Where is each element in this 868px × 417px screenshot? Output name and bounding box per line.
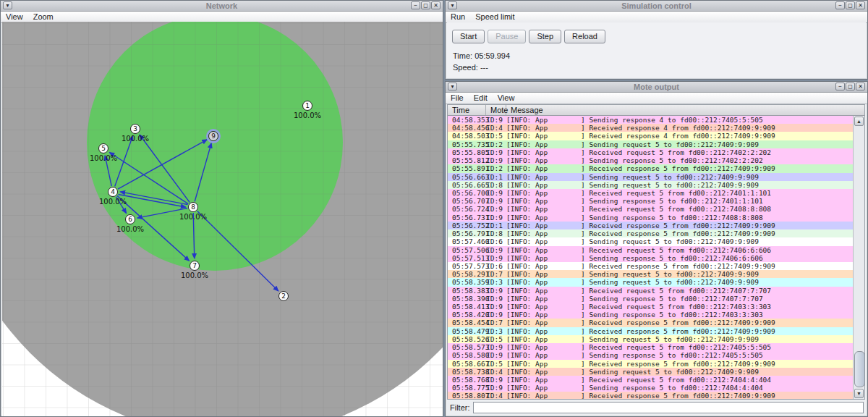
log-row[interactable]: 05:57.513ID:9[INFO: App ] Sending respon… xyxy=(448,254,853,262)
log-row[interactable]: 05:56.700ID:9[INFO: App ] Received reque… xyxy=(448,189,853,197)
column-header-mote[interactable]: Mote xyxy=(486,105,506,115)
log-table-header: Time Mote Message xyxy=(448,105,864,116)
log-row[interactable]: 05:55.735ID:2[INFO: App ] Sending reques… xyxy=(448,140,853,148)
menu-view[interactable]: View xyxy=(493,93,520,104)
log-row[interactable]: 05:58.454ID:7[INFO: App ] Received respo… xyxy=(448,319,853,327)
log-mote-id: ID:5 xyxy=(486,132,506,140)
close-icon[interactable]: ✕ xyxy=(856,83,865,90)
menu-file[interactable]: File xyxy=(446,93,469,104)
log-row[interactable]: 05:58.526ID:5[INFO: App ] Sending reques… xyxy=(448,335,853,343)
log-mote-id: ID:9 xyxy=(486,246,506,254)
log-rows: 04:58.353ID:9[INFO: App ] Sending respon… xyxy=(448,116,853,399)
log-mote-id: ID:4 xyxy=(486,392,506,399)
log-mote-id: ID:4 xyxy=(486,124,506,132)
log-row[interactable]: 05:58.420ID:9[INFO: App ] Sending respon… xyxy=(448,311,853,319)
node-id-label: 1 xyxy=(305,102,310,109)
log-message: [INFO: App ] Received request 5 from fd0… xyxy=(506,343,853,351)
log-time: 05:58.775 xyxy=(448,384,486,392)
log-row[interactable]: 05:58.390ID:9[INFO: App ] Sending respon… xyxy=(448,295,853,303)
log-time: 05:57.573 xyxy=(448,262,486,270)
minimize-icon[interactable]: − xyxy=(835,1,845,9)
log-time: 05:55.805 xyxy=(448,148,486,156)
log-row[interactable]: 05:57.573ID:6[INFO: App ] Received respo… xyxy=(448,262,853,270)
log-row[interactable]: 05:58.807ID:4[INFO: App ] Received respo… xyxy=(448,392,853,399)
log-row[interactable]: 05:55.812ID:9[INFO: App ] Sending respon… xyxy=(448,156,853,164)
network-titlebar[interactable]: ▾ Network − ◻ ✕ xyxy=(1,1,443,12)
log-time: 04:58.353 xyxy=(448,116,486,124)
log-row[interactable]: 05:56.665ID:8[INFO: App ] Sending reques… xyxy=(448,181,853,189)
node-success-ratio-label: 100.0% xyxy=(116,225,144,233)
log-time: 05:56.731 xyxy=(448,214,486,222)
log-row[interactable]: 04:58.503ID:5[INFO: App ] Received respo… xyxy=(448,132,853,140)
log-time: 05:58.807 xyxy=(448,392,486,399)
log-mote-id: ID:5 xyxy=(486,360,506,368)
filter-input[interactable] xyxy=(473,402,864,413)
log-row[interactable]: 05:58.667ID:5[INFO: App ] Received respo… xyxy=(448,360,853,368)
log-time: 05:56.752 xyxy=(448,222,486,229)
log-time: 05:58.383 xyxy=(448,287,486,295)
step-button[interactable]: Step xyxy=(529,30,561,43)
log-mote-id: ID:2 xyxy=(486,140,506,148)
menu-edit[interactable]: Edit xyxy=(469,93,493,104)
log-row[interactable]: 05:58.768ID:9[INFO: App ] Received reque… xyxy=(448,376,853,384)
log-row[interactable]: 05:56.791ID:8[INFO: App ] Received respo… xyxy=(448,229,853,237)
log-row[interactable]: 05:56.707ID:9[INFO: App ] Sending respon… xyxy=(448,197,853,205)
log-row[interactable]: 05:57.460ID:6[INFO: App ] Sending reques… xyxy=(448,237,853,245)
log-row[interactable]: 05:58.359ID:3[INFO: App ] Sending reques… xyxy=(448,278,853,286)
column-header-time[interactable]: Time xyxy=(448,105,486,115)
node-id-label: 9 xyxy=(211,132,216,140)
log-row[interactable]: 05:58.291ID:7[INFO: App ] Sending reques… xyxy=(448,270,853,278)
log-row[interactable]: 05:58.573ID:9[INFO: App ] Received reque… xyxy=(448,343,853,351)
menu-zoom[interactable]: Zoom xyxy=(28,12,59,22)
log-message: [INFO: App ] Sending response 5 to fd00:… xyxy=(506,197,853,205)
vertical-scrollbar[interactable]: ▲ ▼ xyxy=(853,116,864,399)
log-mote-id: ID:1 xyxy=(486,222,506,229)
log-row[interactable]: 05:58.383ID:9[INFO: App ] Received reque… xyxy=(448,287,853,295)
scrollbar-thumb[interactable] xyxy=(854,351,865,387)
log-row[interactable]: 05:56.731ID:9[INFO: App ] Sending respon… xyxy=(448,214,853,222)
grid-overlay xyxy=(2,22,443,416)
log-message: [INFO: App ] Received request 5 from fd0… xyxy=(506,246,853,254)
close-icon[interactable]: ✕ xyxy=(856,1,865,9)
scroll-up-icon[interactable]: ▲ xyxy=(854,117,864,126)
simctl-titlebar[interactable]: ▾ Simulation control − ◻ ✕ xyxy=(446,1,867,12)
log-row[interactable]: 05:57.506ID:9[INFO: App ] Received reque… xyxy=(448,246,853,254)
log-row[interactable]: 05:56.752ID:1[INFO: App ] Received respo… xyxy=(448,222,853,229)
log-time: 05:56.663 xyxy=(448,173,486,181)
moteout-titlebar[interactable]: ▾ Mote output − ◻ ✕ xyxy=(446,82,867,93)
log-row[interactable]: 05:58.479ID:3[INFO: App ] Received respo… xyxy=(448,327,853,335)
log-time: 04:58.456 xyxy=(448,124,486,132)
start-button[interactable]: Start xyxy=(452,30,485,43)
close-icon[interactable]: ✕ xyxy=(431,1,441,9)
minimize-icon[interactable]: − xyxy=(835,83,845,90)
log-row[interactable]: 04:58.353ID:9[INFO: App ] Sending respon… xyxy=(448,116,853,124)
log-row[interactable]: 05:56.724ID:9[INFO: App ] Received reque… xyxy=(448,205,853,213)
log-table: Time Mote Message 04:58.353ID:9[INFO: Ap… xyxy=(447,104,865,400)
log-row[interactable]: 04:58.456ID:4[INFO: App ] Received respo… xyxy=(448,124,853,132)
maximize-icon[interactable]: ◻ xyxy=(846,1,855,9)
log-row[interactable]: 05:58.738ID:4[INFO: App ] Sending reques… xyxy=(448,368,853,376)
log-time: 05:55.812 xyxy=(448,156,486,164)
column-header-message[interactable]: Message xyxy=(506,105,864,115)
log-mote-id: ID:9 xyxy=(486,343,506,351)
menu-run[interactable]: Run xyxy=(446,12,470,22)
network-view[interactable]: 1100.0%23100.0%4100.0%5100.0%6100.0%7100… xyxy=(2,22,443,416)
menu-speed-limit[interactable]: Speed limit xyxy=(470,12,519,22)
log-mote-id: ID:6 xyxy=(486,262,506,270)
maximize-icon[interactable]: ◻ xyxy=(846,83,855,90)
log-row[interactable]: 05:56.663ID:1[INFO: App ] Sending reques… xyxy=(448,173,853,181)
log-mote-id: ID:3 xyxy=(486,278,506,286)
log-row[interactable]: 05:55.891ID:2[INFO: App ] Received respo… xyxy=(448,164,853,172)
log-mote-id: ID:2 xyxy=(486,164,506,172)
log-message: [INFO: App ] Sending response 5 to fd00:… xyxy=(506,254,853,262)
log-row[interactable]: 05:58.775ID:9[INFO: App ] Sending respon… xyxy=(448,384,853,392)
reload-button[interactable]: Reload xyxy=(564,30,605,43)
menu-view[interactable]: View xyxy=(1,12,28,22)
log-message: [INFO: App ] Sending response 5 to fd00:… xyxy=(506,156,853,164)
minimize-icon[interactable]: − xyxy=(411,1,420,9)
log-row[interactable]: 05:58.580ID:9[INFO: App ] Sending respon… xyxy=(448,351,853,359)
maximize-icon[interactable]: ◻ xyxy=(421,1,430,9)
scroll-down-icon[interactable]: ▼ xyxy=(854,389,864,398)
log-row[interactable]: 05:58.413ID:9[INFO: App ] Received reque… xyxy=(448,303,853,311)
log-row[interactable]: 05:55.805ID:9[INFO: App ] Received reque… xyxy=(448,148,853,156)
